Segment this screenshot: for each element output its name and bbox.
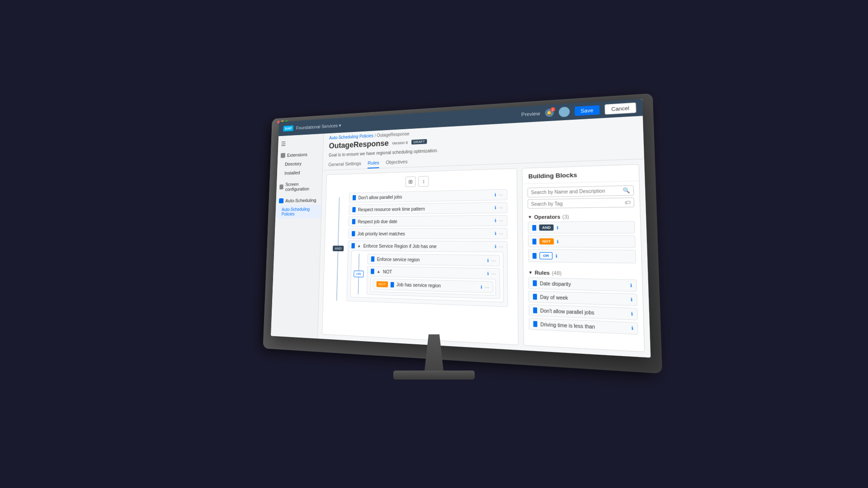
toolbar-align-btn[interactable]: ↕ — [418, 176, 429, 187]
sidebar-item-installed[interactable]: Installed — [277, 167, 323, 178]
rule-text: Driving time is less than — [540, 322, 628, 331]
bb-icon — [533, 307, 537, 313]
rule-icon — [352, 219, 355, 224]
rule-item-due-date[interactable]: Respect job due date ℹ ··· — [348, 215, 507, 227]
search-name-input[interactable] — [531, 188, 623, 195]
sidebar-toggle[interactable]: ☰ — [278, 137, 323, 149]
rules-count: (48) — [552, 270, 561, 276]
tab-rules[interactable]: Rules — [368, 158, 379, 168]
search-tag-input[interactable] — [531, 200, 625, 206]
bb-rule-date-disparity[interactable]: Date disparity ℹ — [528, 277, 637, 292]
info-icon[interactable]: ℹ — [495, 244, 496, 249]
bb-operator-and[interactable]: AND ℹ — [528, 221, 635, 234]
more-menu-icon[interactable]: ··· — [499, 231, 503, 236]
rule-item-work-time[interactable]: Respect resource work time pattern ℹ ··· — [349, 202, 507, 215]
app-container: SAP Foundational Services ▾ Preview 🔔 2 … — [271, 99, 651, 357]
rule-icon — [391, 282, 394, 287]
rule-item-parallel-jobs[interactable]: Don't allow parallel jobs ℹ ··· — [349, 189, 508, 203]
monitor-screen: SAP Foundational Services ▾ Preview 🔔 2 … — [271, 99, 651, 357]
sidebar-item-auto-scheduling-policies[interactable]: Auto-Scheduling Policies — [275, 205, 321, 219]
more-menu-icon[interactable]: ··· — [499, 192, 503, 197]
user-avatar[interactable] — [559, 107, 570, 117]
tab-general-settings[interactable]: General Settings — [328, 159, 361, 170]
info-icon[interactable]: ℹ — [631, 311, 633, 316]
auto-scheduling-icon — [279, 198, 283, 203]
rule-icon — [352, 231, 355, 236]
sidebar-item-screen-config[interactable]: Screen configuration — [276, 179, 322, 194]
info-icon[interactable]: ℹ — [481, 285, 482, 289]
building-blocks-panel: Building Blocks 🔍 🏷 — [522, 164, 645, 352]
info-icon[interactable]: ℹ — [495, 206, 496, 210]
version-badge: Version 6 — [392, 140, 408, 145]
more-menu-icon[interactable]: ··· — [499, 244, 504, 249]
rule-text: Date disparity — [540, 281, 627, 288]
rule-icon — [371, 269, 374, 274]
rule-item-job-service-region[interactable]: NOT Job has service region ℹ ··· — [373, 278, 493, 293]
info-icon[interactable]: ℹ — [630, 283, 632, 288]
info-icon[interactable]: ℹ — [557, 225, 559, 230]
more-menu-icon[interactable]: ··· — [491, 271, 496, 277]
bb-operator-not[interactable]: NOT ℹ — [528, 235, 636, 248]
notification-icon[interactable]: 🔔 2 — [545, 108, 554, 117]
rule-item-enforce-region[interactable]: ▲ Enforce Service Region if Job has one … — [348, 241, 507, 252]
rule-text: NOT — [383, 269, 484, 276]
rule-tree: AND Don't allow parallel jobs ℹ — [327, 189, 513, 307]
more-menu-icon[interactable]: ··· — [499, 218, 503, 223]
or-label: OR — [539, 252, 552, 259]
preview-button[interactable]: Preview — [521, 111, 540, 117]
rule-icon — [353, 195, 356, 200]
rule-icon — [371, 256, 375, 262]
rule-icon — [352, 207, 355, 212]
bb-icon — [533, 239, 537, 244]
cancel-button[interactable]: Cancel — [604, 103, 636, 115]
toolbar-grid-btn[interactable]: ⊞ — [406, 176, 416, 187]
rule-text: Enforce Service Region if Job has one — [363, 244, 492, 249]
more-menu-icon[interactable]: ··· — [499, 205, 503, 210]
bb-icon — [533, 253, 537, 258]
rules-label: Rules — [535, 270, 550, 276]
operators-label: Operators — [534, 214, 560, 220]
operators-count: (3) — [562, 214, 569, 220]
search-tag-icon: 🏷 — [624, 199, 630, 205]
rule-text: Respect resource work time pattern — [358, 205, 492, 212]
info-icon[interactable]: ℹ — [495, 218, 496, 223]
bb-icon — [533, 280, 537, 286]
bb-rule-parallel-jobs[interactable]: Don't allow parallel jobs ℹ — [528, 304, 638, 320]
not-label: NOT — [539, 238, 554, 244]
rule-text: Job has service region — [396, 282, 478, 289]
sidebar-auto-scheduling-group: Auto-Scheduling Auto-Scheduling Policies — [275, 196, 321, 219]
bb-icon — [533, 294, 537, 300]
info-icon[interactable]: ℹ — [632, 326, 633, 331]
rule-text: Enforce service region — [377, 257, 485, 263]
info-icon[interactable]: ℹ — [631, 297, 632, 302]
building-blocks-search: 🔍 🏷 — [523, 181, 640, 211]
rule-item-enforce-service-region[interactable]: Enforce service region ℹ ··· — [367, 253, 500, 266]
sap-logo: SAP — [283, 125, 293, 131]
rule-text: Don't allow parallel jobs — [358, 192, 491, 200]
bb-operator-or[interactable]: OR ℹ — [528, 249, 636, 263]
info-icon[interactable]: ℹ — [495, 192, 496, 197]
search-name-icon: 🔍 — [623, 187, 630, 193]
more-menu-icon[interactable]: ··· — [491, 258, 496, 263]
operators-chevron: ▼ — [528, 215, 532, 219]
bb-rule-day-of-week[interactable]: Day of week ℹ — [528, 291, 637, 306]
topbar-service[interactable]: Foundational Services ▾ — [296, 122, 342, 131]
expand-chevron: ▲ — [357, 244, 361, 248]
sidebar: ☰ Extensions Directory Installed — [271, 134, 324, 339]
operators-section-header[interactable]: ▼ Operators (3) — [528, 211, 635, 221]
rule-text: Day of week — [540, 294, 627, 302]
more-menu-icon[interactable]: ··· — [485, 284, 489, 290]
info-icon[interactable]: ℹ — [495, 231, 496, 236]
tab-objectives[interactable]: Objectives — [386, 157, 407, 168]
info-icon[interactable]: ℹ — [556, 253, 557, 258]
bb-icon — [533, 321, 538, 327]
rule-item-priority[interactable]: Job priority level matches ℹ ··· — [348, 228, 508, 239]
rule-builder: ⊞ ↕ AND — [322, 168, 519, 345]
info-icon[interactable]: ℹ — [487, 258, 488, 263]
page-title: OutageResponse — [329, 139, 389, 150]
info-icon[interactable]: ℹ — [487, 271, 488, 276]
info-icon[interactable]: ℹ — [557, 239, 558, 244]
sidebar-item-auto-scheduling[interactable]: Auto-Scheduling — [276, 196, 321, 206]
bb-rule-driving-time[interactable]: Driving time is less than ℹ — [529, 318, 638, 334]
save-button[interactable]: Save — [575, 105, 600, 116]
